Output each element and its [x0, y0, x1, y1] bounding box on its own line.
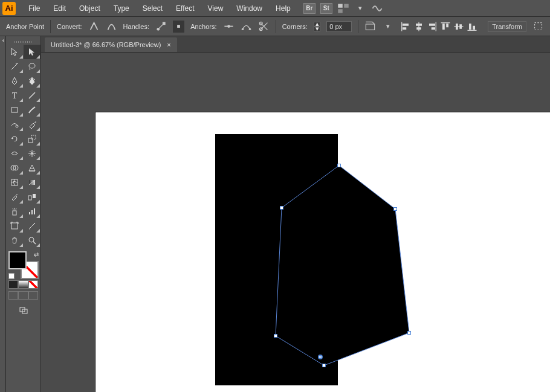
chevron-down-icon[interactable]: ▾ — [382, 21, 393, 33]
isolate-icon[interactable] — [364, 21, 376, 33]
svg-rect-38 — [28, 138, 33, 143]
svg-rect-24 — [447, 24, 449, 27]
menu-help[interactable]: Help — [270, 2, 296, 15]
color-mode-solid[interactable] — [8, 280, 18, 289]
svg-text:T: T — [12, 91, 18, 100]
close-tab-icon[interactable]: × — [167, 41, 170, 48]
selected-anchor-point[interactable] — [318, 355, 323, 359]
align-right-icon[interactable] — [426, 21, 438, 33]
graph-tool[interactable] — [24, 204, 41, 219]
color-mode-none[interactable] — [28, 280, 38, 289]
gpu-icon[interactable] — [371, 2, 383, 14]
anchor-point[interactable] — [393, 207, 397, 211]
svg-rect-14 — [403, 24, 409, 26]
fill-stroke-swatch[interactable]: ⇄ — [8, 251, 39, 279]
menu-file[interactable]: File — [23, 2, 45, 15]
black-rectangle-shape[interactable] — [215, 134, 338, 385]
draw-normal[interactable] — [8, 291, 18, 300]
chevron-down-icon[interactable]: ▾ — [354, 2, 366, 14]
align-left-icon[interactable] — [400, 21, 412, 33]
selection-tool[interactable] — [6, 45, 24, 59]
menu-edit[interactable]: Edit — [48, 2, 71, 15]
corner-stepper[interactable]: ▴▾ — [314, 22, 320, 31]
hand-tool[interactable] — [6, 233, 24, 248]
svg-rect-18 — [417, 27, 422, 30]
svg-rect-42 — [11, 179, 18, 185]
panel-collapse-button[interactable] — [0, 36, 6, 392]
gradient-tool[interactable] — [24, 175, 41, 190]
default-fill-stroke-icon[interactable] — [8, 273, 15, 279]
width-tool[interactable] — [6, 146, 24, 161]
draw-behind[interactable] — [18, 291, 28, 300]
perspective-tool[interactable] — [24, 161, 41, 175]
draw-inside[interactable] — [28, 291, 38, 300]
menu-object[interactable]: Object — [74, 2, 106, 15]
shape-builder-tool[interactable] — [6, 161, 24, 175]
stock-button[interactable]: St — [320, 3, 332, 14]
anchor-point[interactable] — [407, 331, 411, 335]
shaper-tool[interactable] — [6, 117, 24, 132]
remove-anchor-icon[interactable] — [223, 21, 235, 33]
eraser-tool[interactable] — [24, 117, 41, 132]
mesh-tool[interactable] — [6, 175, 24, 190]
menu-effect[interactable]: Effect — [170, 2, 199, 15]
align-top-icon[interactable] — [439, 21, 451, 33]
handles-hide-icon[interactable] — [173, 21, 184, 33]
rotate-tool[interactable] — [6, 132, 24, 146]
free-transform-tool[interactable] — [24, 146, 41, 161]
anchor-point[interactable] — [337, 164, 341, 167]
color-mode-gradient[interactable] — [18, 280, 28, 289]
svg-rect-27 — [460, 24, 462, 29]
document-tab[interactable]: Untitled-3* @ 66.67% (RGB/Preview) × — [45, 37, 177, 52]
slice-tool[interactable] — [24, 219, 41, 233]
workspace: T — [0, 36, 550, 392]
bridge-button[interactable]: Br — [303, 3, 315, 14]
curvature-tool[interactable] — [24, 74, 41, 88]
symbol-sprayer-tool[interactable] — [6, 204, 24, 219]
svg-line-53 — [33, 242, 36, 244]
handles-show-icon[interactable] — [155, 21, 167, 33]
align-bottom-icon[interactable] — [466, 21, 478, 33]
cut-path-icon[interactable] — [258, 21, 270, 33]
transform-button[interactable]: Transform — [488, 21, 526, 32]
magic-wand-tool[interactable] — [6, 59, 24, 74]
align-hcenter-icon[interactable] — [413, 21, 425, 33]
anchor-point[interactable] — [322, 364, 326, 367]
artboard-tool[interactable] — [6, 219, 24, 233]
svg-rect-29 — [469, 24, 471, 30]
color-mode-buttons — [8, 280, 38, 289]
fill-swatch[interactable] — [8, 251, 27, 269]
zoom-tool[interactable] — [24, 233, 41, 248]
menu-window[interactable]: Window — [231, 2, 268, 15]
eyedropper-tool[interactable] — [6, 190, 24, 204]
lasso-tool[interactable] — [24, 59, 41, 74]
anchor-point[interactable] — [280, 206, 283, 210]
direct-selection-tool[interactable] — [24, 45, 41, 59]
align-vcenter-icon[interactable] — [453, 21, 465, 33]
paintbrush-tool[interactable] — [24, 103, 41, 117]
line-tool[interactable] — [24, 88, 41, 103]
screen-mode-button[interactable] — [6, 303, 40, 318]
panel-grip[interactable] — [6, 39, 40, 45]
swap-fill-stroke-icon[interactable]: ⇄ — [34, 251, 39, 258]
type-tool[interactable]: T — [6, 88, 24, 103]
pen-tool[interactable] — [6, 74, 24, 88]
snap-pixel-icon[interactable] — [532, 21, 544, 33]
corners-label: Corners: — [282, 23, 308, 30]
arrange-documents-icon[interactable] — [337, 2, 349, 14]
svg-rect-48 — [29, 212, 30, 214]
svg-rect-12 — [366, 24, 375, 30]
svg-point-52 — [29, 237, 34, 242]
convert-corner-icon[interactable] — [88, 21, 100, 33]
convert-smooth-icon[interactable] — [106, 21, 117, 33]
menu-select[interactable]: Select — [137, 2, 168, 15]
connect-anchor-icon[interactable] — [241, 21, 252, 33]
blend-tool[interactable] — [24, 190, 41, 204]
menu-type[interactable]: Type — [108, 2, 135, 15]
menu-view[interactable]: View — [202, 2, 229, 15]
scale-tool[interactable] — [24, 132, 41, 146]
corner-radius-input[interactable] — [326, 21, 352, 32]
artboard-viewport[interactable] — [41, 53, 550, 392]
rectangle-tool[interactable] — [6, 103, 24, 117]
anchor-point[interactable] — [274, 334, 277, 338]
